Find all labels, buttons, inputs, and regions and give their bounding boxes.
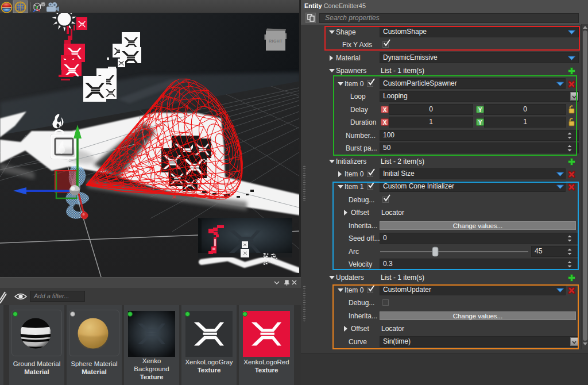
svg-text:RIGHT: RIGHT bbox=[269, 39, 283, 43]
